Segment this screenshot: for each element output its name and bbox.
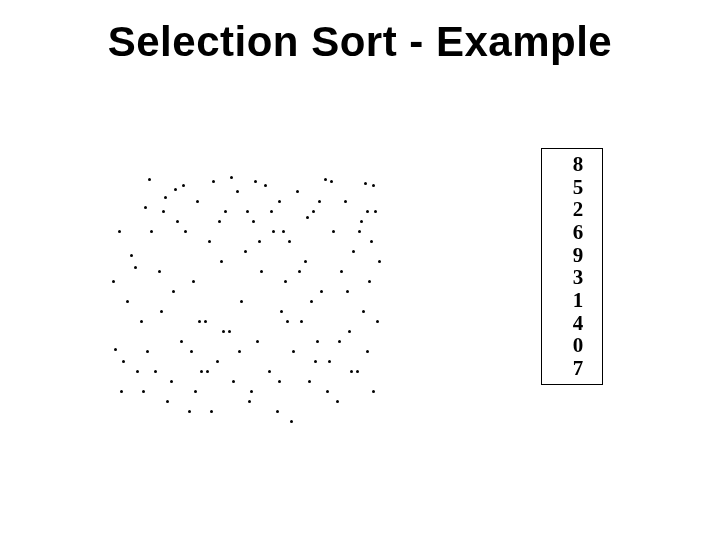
scatter-dot (256, 340, 259, 343)
scatter-dot (276, 410, 279, 413)
scatter-dot (120, 390, 123, 393)
scatter-dot (366, 350, 369, 353)
scatter-dot (212, 180, 215, 183)
scatter-dot (174, 188, 177, 191)
scatter-dot (314, 360, 317, 363)
scatter-dot (192, 280, 195, 283)
scatter-dot (320, 290, 323, 293)
scatter-plot (100, 170, 380, 430)
scatter-dot (338, 340, 341, 343)
scatter-dot (218, 220, 221, 223)
scatter-dot (176, 220, 179, 223)
scatter-dot (360, 220, 363, 223)
scatter-dot (284, 280, 287, 283)
scatter-dot (238, 350, 241, 353)
scatter-dot (372, 184, 375, 187)
scatter-dot (190, 350, 193, 353)
scatter-dot (118, 230, 121, 233)
scatter-dot (196, 200, 199, 203)
scatter-dot (330, 180, 333, 183)
scatter-dot (318, 200, 321, 203)
scatter-dot (188, 410, 191, 413)
scatter-dot (306, 216, 309, 219)
scatter-dot (126, 300, 129, 303)
scatter-dot (378, 260, 381, 263)
scatter-dot (244, 250, 247, 253)
scatter-dot (346, 290, 349, 293)
scatter-dot (154, 370, 157, 373)
scatter-dot (204, 320, 207, 323)
scatter-dot (172, 290, 175, 293)
scatter-dot (216, 360, 219, 363)
scatter-dot (304, 260, 307, 263)
slide-title: Selection Sort - Example (0, 18, 720, 66)
scatter-dot (180, 340, 183, 343)
scatter-dot (236, 190, 239, 193)
scatter-dot (166, 400, 169, 403)
scatter-dot (324, 178, 327, 181)
scatter-dot (310, 300, 313, 303)
scatter-dot (258, 240, 261, 243)
scatter-dot (298, 270, 301, 273)
scatter-dot (164, 196, 167, 199)
scatter-dot (252, 220, 255, 223)
scatter-dot (182, 184, 185, 187)
scatter-dot (280, 310, 283, 313)
scatter-dot (316, 340, 319, 343)
scatter-dot (140, 320, 143, 323)
array-cell: 7 (542, 357, 602, 380)
scatter-dot (350, 370, 353, 373)
scatter-dot (240, 300, 243, 303)
scatter-dot (344, 200, 347, 203)
scatter-dot (264, 184, 267, 187)
scatter-dot (356, 370, 359, 373)
scatter-dot (210, 410, 213, 413)
scatter-dot (246, 210, 249, 213)
scatter-dot (300, 320, 303, 323)
array-cell: 1 (542, 289, 602, 312)
slide: Selection Sort - Example 8526931407 (0, 0, 720, 540)
scatter-dot (160, 310, 163, 313)
scatter-dot (198, 320, 201, 323)
scatter-dot (114, 348, 117, 351)
scatter-dot (290, 420, 293, 423)
array-cell: 5 (542, 176, 602, 199)
scatter-dot (144, 206, 147, 209)
array-cell: 0 (542, 334, 602, 357)
scatter-dot (148, 178, 151, 181)
scatter-dot (194, 390, 197, 393)
scatter-dot (332, 230, 335, 233)
scatter-dot (200, 370, 203, 373)
scatter-dot (230, 176, 233, 179)
scatter-dot (340, 270, 343, 273)
scatter-dot (358, 230, 361, 233)
scatter-dot (312, 210, 315, 213)
scatter-dot (372, 390, 375, 393)
scatter-dot (260, 270, 263, 273)
scatter-dot (370, 240, 373, 243)
scatter-dot (170, 380, 173, 383)
scatter-dot (292, 350, 295, 353)
scatter-dot (328, 360, 331, 363)
scatter-dot (162, 210, 165, 213)
scatter-dot (150, 230, 153, 233)
scatter-dot (270, 210, 273, 213)
scatter-dot (208, 240, 211, 243)
scatter-dot (364, 182, 367, 185)
scatter-dot (158, 270, 161, 273)
scatter-dot (112, 280, 115, 283)
scatter-dot (250, 390, 253, 393)
scatter-dot (278, 200, 281, 203)
scatter-dot (376, 320, 379, 323)
scatter-dot (272, 230, 275, 233)
array-cell: 6 (542, 221, 602, 244)
scatter-dot (366, 210, 369, 213)
scatter-dot (228, 330, 231, 333)
scatter-dot (282, 230, 285, 233)
scatter-dot (146, 350, 149, 353)
scatter-dot (122, 360, 125, 363)
scatter-dot (206, 370, 209, 373)
array-cell: 4 (542, 312, 602, 335)
scatter-dot (224, 210, 227, 213)
scatter-dot (286, 320, 289, 323)
